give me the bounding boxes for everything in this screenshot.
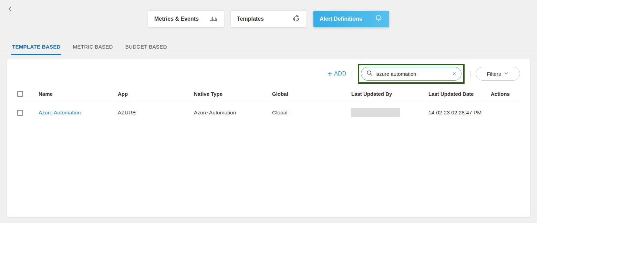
select-all-checkbox[interactable] xyxy=(17,91,23,97)
nav-card-metrics-events[interactable]: Metrics & Events xyxy=(148,11,224,27)
row-global: Global xyxy=(272,102,351,124)
tab-template-based[interactable]: TEMPLATE BASED xyxy=(11,42,61,55)
clear-search-icon[interactable]: ✕ xyxy=(452,71,456,76)
chevron-down-icon xyxy=(503,71,509,77)
separator: | xyxy=(351,70,353,78)
filters-button-label: Filters xyxy=(487,71,501,77)
row-name-link[interactable]: Azure Automation xyxy=(39,110,81,115)
row-last-updated-by-redacted xyxy=(351,108,400,117)
nav-card-label: Metrics & Events xyxy=(154,16,199,22)
column-header-last-updated-by: Last Updated By xyxy=(351,88,428,102)
separator: | xyxy=(469,70,471,78)
tab-metric-based[interactable]: METRIC BASED xyxy=(72,42,114,55)
screen: Metrics & Events Templates Alert Definit… xyxy=(0,0,644,266)
puzzle-icon xyxy=(293,14,300,23)
tab-bar: TEMPLATE BASED METRIC BASED BUDGET BASED xyxy=(0,42,537,55)
row-app: AZURE xyxy=(118,102,194,124)
table-header-row: Name App Native Type Global Last Updated… xyxy=(17,88,520,102)
top-navigation: Metrics & Events Templates Alert Definit… xyxy=(0,11,537,27)
column-header-app: App xyxy=(118,88,194,102)
search-highlight-box: ✕ xyxy=(358,64,465,84)
row-last-updated-date: 14-02-23 02:28:47 PM xyxy=(428,102,491,124)
bar-chart-icon xyxy=(209,15,218,23)
alert-definitions-panel: + ADD | ✕ | xyxy=(7,59,530,217)
alert-definitions-table: Name App Native Type Global Last Updated… xyxy=(17,88,520,123)
add-button-label: ADD xyxy=(334,71,346,77)
filters-button[interactable]: Filters xyxy=(476,67,520,81)
tab-budget-based[interactable]: BUDGET BASED xyxy=(125,42,168,55)
search-box[interactable]: ✕ xyxy=(361,67,461,81)
column-header-name: Name xyxy=(39,88,118,102)
search-icon xyxy=(366,70,373,78)
plus-icon: + xyxy=(327,70,332,78)
column-header-last-updated-date: Last Updated Date xyxy=(428,88,491,102)
table-row: Azure Automation AZURE Azure Automation … xyxy=(17,102,520,124)
column-header-native-type: Native Type xyxy=(194,88,272,102)
nav-card-alert-definitions[interactable]: Alert Definitions xyxy=(313,11,389,27)
nav-card-label: Templates xyxy=(237,16,264,22)
row-checkbox[interactable] xyxy=(17,110,23,116)
row-native-type: Azure Automation xyxy=(194,102,272,124)
nav-card-templates[interactable]: Templates xyxy=(231,11,307,27)
alert-check-icon xyxy=(374,14,383,24)
nav-card-label: Alert Definitions xyxy=(320,16,362,22)
toolbar: + ADD | ✕ | xyxy=(7,59,530,84)
search-input[interactable] xyxy=(376,71,449,77)
column-header-actions: Actions xyxy=(491,88,520,102)
column-header-global: Global xyxy=(272,88,351,102)
add-button[interactable]: + ADD xyxy=(327,70,346,78)
row-actions xyxy=(491,102,520,124)
page-background: Metrics & Events Templates Alert Definit… xyxy=(0,0,537,223)
